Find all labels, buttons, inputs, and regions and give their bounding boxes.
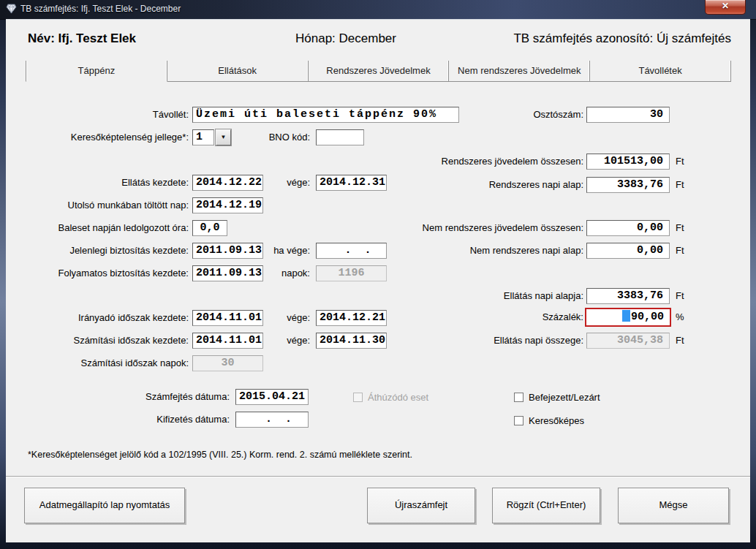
nem-rendszeres-osszesen-field[interactable]: 0,00 bbox=[586, 220, 670, 236]
ellatas-napi-osszege-unit: Ft bbox=[676, 333, 684, 349]
checkbox-befejezett-lezart[interactable]: Befejezett/Lezárt bbox=[514, 392, 600, 403]
befejezett-checkbox-box[interactable] bbox=[514, 393, 523, 402]
folyamatos-kezdete-label: Folyamatos biztosítás kezdete: bbox=[6, 265, 189, 281]
tab-tappenz[interactable]: Táppénz bbox=[26, 61, 167, 82]
kifizetes-datuma-label: Kifizetés dátuma: bbox=[6, 412, 230, 428]
checkbox-keresokepes[interactable]: Keresőképes bbox=[514, 415, 584, 426]
ellatas-napi-alapja-label: Ellátás napi alapja: bbox=[328, 288, 583, 304]
adatmegallapito-lap-nyomtatas-button[interactable]: Adatmegállapító lap nyomtatás bbox=[24, 488, 185, 523]
utolso-nap-field[interactable]: 2014.12.19 bbox=[192, 197, 263, 213]
titlebar: TB számfejtés: Ifj. Teszt Elek - Decembe… bbox=[0, 0, 756, 20]
tavollet-label: Távollét: bbox=[6, 107, 189, 123]
szamitasi-vege-label: vége: bbox=[196, 333, 310, 349]
kifizetes-datuma-field[interactable]: . . bbox=[235, 412, 309, 428]
ujraszamfejt-button[interactable]: Újraszámfejt bbox=[367, 488, 475, 523]
rogzit-button[interactable]: Rögzít (Ctrl+Enter) bbox=[492, 488, 600, 523]
nem-rendszeres-osszesen-label: Nem rendszeres jövedelem összesen: bbox=[328, 220, 583, 236]
window-title: TB számfejtés: Ifj. Teszt Elek - Decembe… bbox=[20, 4, 181, 14]
dialog-surface: Név: Ifj. Teszt Elek Hónap: December TB … bbox=[6, 19, 750, 542]
kereso-jellege-label: Keresőképtelenség jellege*: bbox=[6, 129, 189, 145]
osztoszam-label: Osztószám: bbox=[401, 107, 583, 123]
tab-bar: Táppénz Ellátások Rendszeres Jövedelmek … bbox=[26, 61, 731, 82]
rendszeres-napi-unit: Ft bbox=[676, 177, 684, 193]
athuzodo-checkbox-label: Áthúzódó eset bbox=[368, 392, 428, 403]
tab-nem-rendszeres-jovedelmek[interactable]: Nem rendszeres Jövedelmek bbox=[449, 61, 590, 82]
szamfejtes-datuma-label: Számfejtés dátuma: bbox=[6, 389, 230, 405]
szamitasi-napok-field: 30 bbox=[192, 355, 263, 371]
keresokepes-checkbox-box[interactable] bbox=[514, 416, 523, 425]
napok-label: napok: bbox=[196, 265, 310, 281]
befejezett-checkbox-label: Befejezett/Lezárt bbox=[529, 392, 600, 403]
rendszeres-osszesen-unit: Ft bbox=[676, 154, 684, 170]
megse-button[interactable]: Mégse bbox=[618, 488, 729, 523]
keresokepes-checkbox-label: Keresőképes bbox=[529, 415, 584, 426]
footnote: *Keresőképtelenséget jelölő kód a 102/19… bbox=[28, 450, 412, 460]
text-selection-cursor bbox=[622, 310, 630, 322]
szazalek-label: Százalék: bbox=[328, 309, 583, 325]
athuzodo-checkbox-box bbox=[353, 393, 363, 402]
ellatas-napi-alapja-field[interactable]: 3383,76 bbox=[586, 288, 670, 304]
szazalek-field-focused[interactable]: 90,00 bbox=[585, 308, 671, 327]
osztoszam-field[interactable]: 30 bbox=[586, 107, 670, 123]
baleset-ora-label: Baleset napján ledolgozott óra: bbox=[6, 220, 189, 236]
close-icon: ✕ bbox=[722, 1, 729, 11]
ellatas-napi-osszege-label: Ellátás napi összege: bbox=[328, 333, 583, 349]
iranyado-vege-label: vége: bbox=[196, 310, 310, 326]
bno-kod-label: BNO kód: bbox=[196, 129, 310, 145]
nem-rendszeres-napi-field[interactable]: 0,00 bbox=[586, 243, 670, 259]
napok-field: 1196 bbox=[316, 265, 387, 281]
rendszeres-napi-field[interactable]: 3383,76 bbox=[586, 177, 670, 193]
ellatas-napi-osszege-field: 3045,38 bbox=[586, 333, 670, 349]
szamitasi-kezdete-label: Számítási időszak kezdete: bbox=[6, 333, 189, 349]
iranyado-kezdete-label: Irányadó időszak kezdete: bbox=[6, 310, 189, 326]
employee-name: Név: Ifj. Teszt Elek bbox=[28, 31, 136, 46]
payroll-id-label: TB számfejtés azonosító: Új számfejtés bbox=[513, 31, 731, 46]
ellatas-napi-alapja-unit: Ft bbox=[676, 288, 684, 304]
szazalek-value: 90,00 bbox=[631, 311, 664, 323]
nem-rendszeres-osszesen-unit: Ft bbox=[676, 220, 684, 236]
szazalek-unit: % bbox=[676, 309, 684, 325]
baleset-ora-field[interactable]: 0,0 bbox=[192, 220, 227, 236]
month-label: Hónap: December bbox=[254, 31, 437, 46]
tab-rendszeres-jovedelmek[interactable]: Rendszeres Jövedelmek bbox=[309, 61, 450, 82]
close-button[interactable]: ✕ bbox=[705, 0, 746, 15]
szamfejtes-datuma-field[interactable]: 2015.04.21 bbox=[235, 389, 309, 405]
bno-kod-field[interactable] bbox=[316, 129, 364, 145]
tab-ellatasok[interactable]: Ellátások bbox=[167, 61, 309, 82]
jelenlegi-kezdete-label: Jelenlegi biztosítás kezdete: bbox=[6, 243, 189, 259]
rendszeres-napi-label: Rendszeres napi alap: bbox=[328, 177, 583, 193]
rendszeres-osszesen-label: Rendszeres jövedelem összesen: bbox=[328, 154, 583, 170]
ellatas-kezdete-label: Ellátás kezdete: bbox=[6, 175, 189, 191]
window: TB számfejtés: Ifj. Teszt Elek - Decembe… bbox=[0, 0, 756, 549]
separator-line bbox=[6, 476, 750, 477]
szamitasi-napok-label: Számítási időszak napok: bbox=[6, 355, 189, 371]
rendszeres-osszesen-field[interactable]: 101513,00 bbox=[586, 154, 670, 170]
nem-rendszeres-napi-unit: Ft bbox=[676, 243, 684, 259]
tab-tavolletek[interactable]: Távollétek bbox=[590, 61, 731, 82]
checkbox-athuzodo-eset: Áthúzódó eset bbox=[353, 392, 428, 403]
app-icon bbox=[6, 4, 17, 14]
ha-vege-label: ha vége: bbox=[196, 243, 310, 259]
nem-rendszeres-napi-label: Nem rendszeres napi alap: bbox=[328, 243, 583, 259]
utolso-nap-label: Utolsó munkában töltött nap: bbox=[6, 197, 189, 213]
ellatas-vege-label: vége: bbox=[196, 175, 310, 191]
